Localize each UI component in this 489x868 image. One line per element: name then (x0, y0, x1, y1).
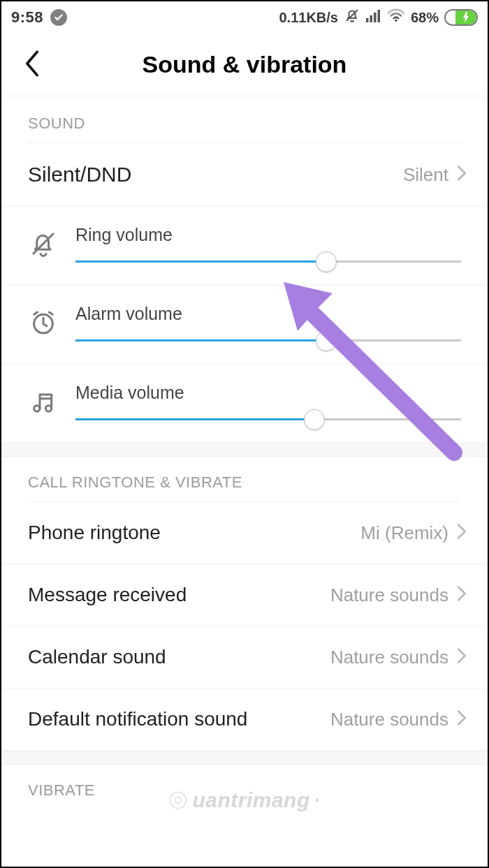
row-silent-dnd[interactable]: Silent/DND Silent (1, 143, 488, 207)
section-header-vibrate: VIBRATE (1, 765, 488, 800)
slider-label: Alarm volume (75, 304, 461, 324)
slider-row-ring: Ring volume (1, 207, 488, 286)
row-value: Nature sounds (330, 584, 448, 606)
row-value: Silent (403, 164, 448, 186)
svg-rect-1 (366, 18, 369, 22)
chevron-right-icon (457, 647, 467, 667)
row-value: Nature sounds (330, 709, 448, 730)
alarm-clock-icon (28, 307, 59, 338)
chevron-right-icon (457, 165, 467, 184)
page-header: Sound & vibration (1, 34, 488, 96)
section-header-sound: SOUND (1, 98, 488, 142)
slider-row-media: Media volume (1, 365, 488, 443)
alarm-volume-slider[interactable] (75, 339, 461, 341)
row-message-received[interactable]: Message received Nature sounds (1, 564, 488, 626)
row-default-notification[interactable]: Default notification sound Nature sounds (1, 689, 488, 751)
svg-point-9 (45, 406, 51, 411)
slider-row-alarm: Alarm volume (1, 286, 488, 365)
battery-icon (444, 9, 478, 26)
status-bar: 9:58 0.11KB/s (1, 1, 488, 34)
row-calendar-sound[interactable]: Calendar sound Nature sounds (1, 626, 488, 689)
page-title: Sound & vibration (1, 51, 488, 78)
row-value: Nature sounds (330, 647, 448, 668)
svg-point-5 (395, 20, 397, 22)
section-header-call: CALL RINGTONE & VIBRATE (1, 457, 488, 501)
slider-label: Ring volume (75, 225, 461, 245)
status-bar-battery-pct: 68% (411, 10, 439, 26)
chevron-right-icon (457, 709, 467, 729)
row-label: Phone ringtone (28, 522, 161, 544)
chevron-right-icon (457, 523, 467, 543)
status-bar-network-speed: 0.11KB/s (279, 10, 338, 26)
row-label: Default notification sound (28, 708, 247, 730)
ring-volume-slider[interactable] (75, 260, 461, 263)
media-volume-slider[interactable] (75, 418, 461, 420)
back-button[interactable] (22, 50, 42, 80)
check-circle-icon (50, 9, 67, 26)
cell-signal-icon (366, 8, 381, 27)
chevron-right-icon (457, 585, 467, 605)
svg-rect-2 (370, 15, 372, 22)
svg-point-8 (34, 406, 40, 411)
section-gap (1, 443, 488, 457)
row-label: Message received (28, 584, 187, 606)
row-label: Calendar sound (28, 646, 166, 668)
status-bar-time: 9:58 (11, 8, 43, 27)
bell-off-icon (344, 7, 360, 28)
svg-rect-3 (374, 13, 377, 22)
wifi-icon (387, 8, 405, 27)
svg-rect-4 (377, 10, 380, 22)
slider-label: Media volume (75, 383, 461, 403)
row-label: Silent/DND (28, 163, 131, 186)
section-gap (1, 751, 488, 765)
music-note-icon (28, 386, 59, 417)
row-value: Mi (Remix) (360, 522, 448, 544)
row-phone-ringtone[interactable]: Phone ringtone Mi (Remix) (1, 502, 488, 564)
bell-silent-icon (28, 228, 59, 259)
